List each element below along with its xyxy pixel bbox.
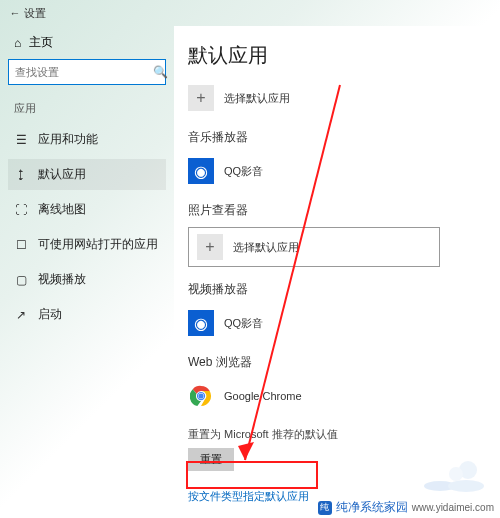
list-icon: ☰	[14, 133, 28, 147]
plus-icon: +	[188, 85, 214, 111]
watermark: 纯 纯净系统家园 www.yidaimei.com	[318, 499, 494, 516]
watermark-brand: 纯净系统家园	[336, 499, 408, 516]
watermark-url: www.yidaimei.com	[412, 502, 494, 513]
map-icon: ⛶	[14, 203, 28, 217]
sidebar-item-label: 启动	[38, 306, 62, 323]
photo-app-label: 选择默认应用	[233, 240, 299, 255]
sidebar-section-label: 应用	[8, 97, 166, 120]
svg-point-3	[198, 393, 203, 398]
home-link[interactable]: ⌂ 主页	[8, 30, 166, 55]
sidebar-item-label: 默认应用	[38, 166, 86, 183]
search-icon: 🔍	[153, 65, 168, 79]
section-heading-web: Web 浏览器	[188, 354, 486, 371]
photo-viewer-row[interactable]: + 选择默认应用	[188, 227, 440, 267]
sidebar-item-label: 离线地图	[38, 201, 86, 218]
sidebar-item-offline-maps[interactable]: ⛶ 离线地图	[8, 194, 166, 225]
search-input[interactable]	[15, 66, 153, 78]
music-app-label: QQ影音	[224, 164, 263, 179]
content: 默认应用 + 选择默认应用 音乐播放器 ◉ QQ影音 照片查看器 + 选择默认应…	[174, 26, 500, 518]
sidebar-item-label: 可使用网站打开的应用	[38, 236, 158, 253]
home-label: 主页	[29, 34, 53, 51]
sidebar-item-startup[interactable]: ↗ 启动	[8, 299, 166, 330]
video-app-label: QQ影音	[224, 316, 263, 331]
sidebar-item-label: 视频播放	[38, 271, 86, 288]
reset-button[interactable]: 重置	[188, 448, 234, 471]
reset-label: 重置为 Microsoft 推荐的默认值	[188, 427, 486, 442]
chrome-icon	[188, 383, 214, 409]
section-heading-video: 视频播放器	[188, 281, 486, 298]
video-player-row[interactable]: ◉ QQ影音	[188, 306, 486, 340]
sidebar-item-default-apps[interactable]: ⭥ 默认应用	[8, 159, 166, 190]
section-heading-photo: 照片查看器	[188, 202, 486, 219]
search-box[interactable]: 🔍	[8, 59, 166, 85]
sidebar-item-apps-features[interactable]: ☰ 应用和功能	[8, 124, 166, 155]
sidebar: ⌂ 主页 🔍 应用 ☰ 应用和功能 ⭥ 默认应用 ⛶ 离线地图 ☐	[0, 26, 174, 518]
web-browser-row[interactable]: Google Chrome	[188, 379, 486, 413]
page-title: 默认应用	[188, 42, 486, 69]
video-icon: ▢	[14, 273, 28, 287]
sidebar-item-website-apps[interactable]: ☐ 可使用网站打开的应用	[8, 229, 166, 260]
section-heading-music: 音乐播放器	[188, 129, 486, 146]
titlebar: ← 设置	[0, 0, 500, 26]
window-title: 设置	[24, 6, 46, 21]
plus-icon: +	[197, 234, 223, 260]
choose-default-label: 选择默认应用	[224, 91, 290, 106]
watermark-badge-icon: 纯	[318, 501, 332, 515]
sidebar-item-label: 应用和功能	[38, 131, 98, 148]
web-app-label: Google Chrome	[224, 390, 302, 402]
home-icon: ⌂	[14, 36, 21, 50]
back-button[interactable]: ←	[6, 7, 24, 19]
qqyinying-icon: ◉	[188, 310, 214, 336]
default-icon: ⭥	[14, 168, 28, 182]
choose-default-row[interactable]: + 选择默认应用	[188, 81, 486, 115]
qqyinying-icon: ◉	[188, 158, 214, 184]
music-player-row[interactable]: ◉ QQ影音	[188, 154, 486, 188]
sidebar-item-video-playback[interactable]: ▢ 视频播放	[8, 264, 166, 295]
web-icon: ☐	[14, 238, 28, 252]
startup-icon: ↗	[14, 308, 28, 322]
